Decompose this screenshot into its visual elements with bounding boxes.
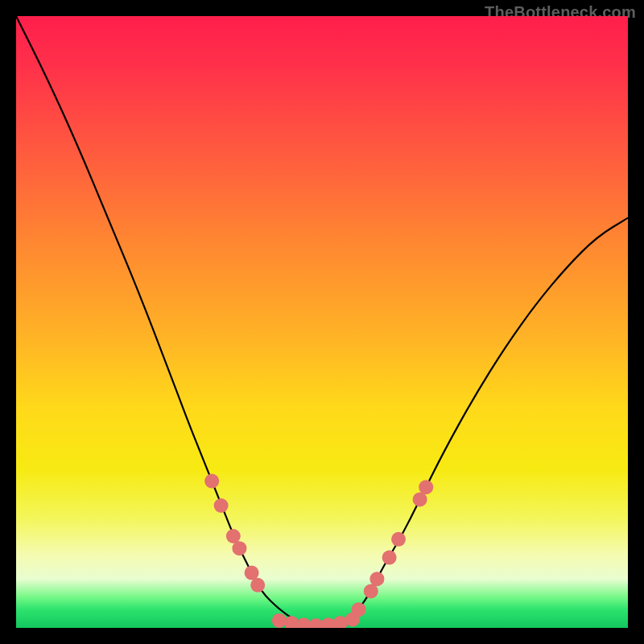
data-point-dot — [284, 616, 299, 628]
data-point-dot — [369, 572, 384, 586]
data-point-dot — [382, 551, 397, 565]
data-point-dot — [391, 532, 406, 547]
data-point-dot — [333, 616, 348, 628]
data-point-dot — [345, 612, 360, 626]
data-point-dot — [250, 578, 265, 592]
chart-svg — [16, 16, 628, 628]
data-point-dot — [308, 618, 323, 628]
plot-area — [16, 16, 628, 628]
data-point-dot — [204, 474, 219, 489]
data-point-dot — [419, 480, 433, 494]
data-point-dot — [232, 541, 246, 555]
scatter-dots — [204, 474, 433, 628]
data-point-dot — [214, 498, 229, 513]
data-point-dot — [272, 613, 287, 628]
chart-stage: TheBottleneck.com — [0, 0, 644, 644]
bottleneck-curve — [16, 16, 628, 626]
